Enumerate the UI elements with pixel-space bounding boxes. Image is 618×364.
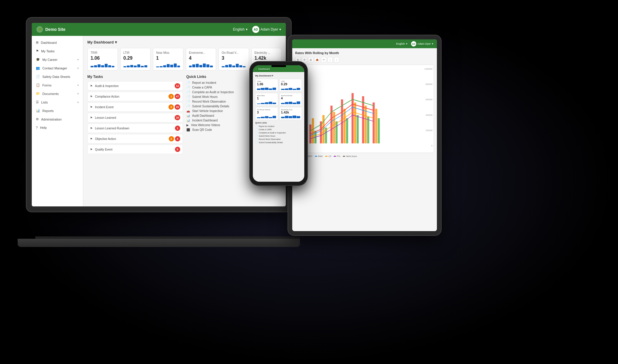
- bar: [196, 64, 199, 67]
- user-name: Adam Dyer: [260, 27, 278, 31]
- sidebar-item-reports[interactable]: 📊 Reports: [32, 106, 83, 115]
- sidebar-item-documents[interactable]: 📁 Documents ▾: [32, 89, 83, 98]
- doc-icon: 📄: [255, 125, 258, 127]
- ltir-value: 0.29: [123, 56, 148, 61]
- task-item-lesson-rundown[interactable]: ⚑ Lesson Learned Rundown 1: [87, 123, 183, 133]
- bar: [137, 64, 140, 67]
- sidebar-item-career[interactable]: 🎓 My Career ▾: [32, 55, 83, 64]
- laptop-base: [18, 239, 300, 247]
- badge-lesson-rundown: 1: [175, 126, 180, 131]
- brand-icon: 🌿: [36, 26, 43, 33]
- legend-label-lti: LTI: [328, 155, 331, 157]
- phone-title: Dashboard: [258, 68, 270, 70]
- phone-body: ‹ Dashboard My Dashboard ▾ TRIR 1.06: [250, 62, 307, 185]
- electricity-value: 1.42k: [255, 56, 279, 61]
- phone-notch: [271, 65, 286, 67]
- sidebar-item-help[interactable]: ? Help: [32, 123, 83, 132]
- documents-chevron: ▾: [77, 92, 79, 95]
- badge-compliance-1: 1: [168, 94, 174, 99]
- task-item-audit[interactable]: ⚑ Audit & Inspection 12: [87, 81, 183, 91]
- bar: [134, 66, 137, 67]
- phone-environmental-chart: [281, 101, 300, 104]
- quick-link-label-videos: View Welcome Videos: [191, 123, 220, 127]
- phone-metric-environmental: Environmental 4: [279, 93, 302, 106]
- bar: [163, 65, 166, 67]
- bar: [112, 66, 115, 67]
- sidebar-item-contact[interactable]: 👥 Contact Manager ▾: [32, 64, 83, 72]
- doc-icon: 📄: [255, 131, 258, 134]
- legend-rwc: RWC: [315, 155, 323, 157]
- bar: [127, 66, 130, 67]
- sidebar-label-help: Help: [40, 126, 47, 129]
- language-label: English: [233, 27, 245, 31]
- doc-icon: 📄: [186, 95, 190, 98]
- flag-icon: ⚑: [90, 95, 93, 98]
- toolbar-btn-more2[interactable]: ⋮: [334, 57, 339, 62]
- sidebar-item-safety[interactable]: 📄 Safety Data Sheets: [32, 72, 83, 81]
- toolbar-btn-edit[interactable]: ✏: [321, 57, 326, 62]
- y-right-label: 800000: [425, 83, 432, 85]
- toolbar-btn-export[interactable]: 📤: [315, 57, 320, 62]
- contacts-icon: 👥: [36, 66, 40, 70]
- phone-quick-link-report[interactable]: 📄 Report an Incident: [255, 125, 302, 127]
- dashboard-title-chevron: ▾: [115, 40, 117, 44]
- doc-icon: 📄: [255, 138, 258, 140]
- phone-electricity-chart: [281, 115, 300, 118]
- phone-trir-value: 1.06: [257, 82, 276, 86]
- quick-link-label-qr: Scan QR Code: [192, 128, 212, 131]
- phone-back-button[interactable]: ‹: [256, 68, 257, 70]
- task-item-objective[interactable]: ⚑ Objective Action 2 4: [87, 134, 183, 143]
- sidebar-item-forms[interactable]: 📋 Forms ▾: [32, 81, 83, 89]
- task-item-incident[interactable]: ⚑ Incident Event 2 25: [87, 102, 183, 112]
- task-item-quality[interactable]: ⚑ Quality Event 5: [87, 145, 183, 154]
- phone-quick-link-audit[interactable]: 📄 Complete an Audit or Inspection: [255, 131, 302, 134]
- sidebar-item-lists[interactable]: ☰ Lists ▾: [32, 98, 83, 106]
- quick-link-label-sustainability: Submit Sustainability Details: [192, 105, 229, 108]
- reports-icon: 📊: [36, 109, 40, 113]
- user-menu[interactable]: AD Adam Dyer ▾: [252, 26, 281, 33]
- phone-metrics: TRIR 1.06 LTIR 0.: [255, 79, 302, 120]
- bar: [206, 64, 209, 67]
- phone-quick-link-capa[interactable]: 📄 Create a CAPA: [255, 128, 302, 131]
- tablet-language[interactable]: English ▾: [396, 42, 407, 45]
- bar: [281, 89, 285, 90]
- metric-card-ltir: LTIR 0.29: [120, 48, 151, 71]
- tablet-user-menu[interactable]: AD Adam Dyer ▾: [411, 41, 433, 46]
- bar: [101, 65, 104, 67]
- phone-quick-link-sustainability[interactable]: 📄 Submit Sustainability Details: [255, 141, 302, 143]
- bar: [199, 65, 202, 67]
- phone-content: My Dashboard ▾ TRIR 1.06: [253, 72, 304, 182]
- toolbar-btn-print[interactable]: 🖨: [308, 57, 313, 62]
- language-selector[interactable]: English ▾: [233, 27, 248, 31]
- flag-icon: ⚑: [90, 127, 93, 130]
- sidebar-item-tasks[interactable]: ⚑ My Tasks: [32, 47, 83, 55]
- onroad-label: On-Road V...: [222, 51, 246, 54]
- electricity-label: Electricity ...: [255, 51, 279, 54]
- phone-quick-links-label: Quick Links: [255, 122, 302, 124]
- bar: [261, 88, 264, 90]
- toolbar-btn-more1[interactable]: ⋮: [328, 57, 333, 62]
- badge-incident-2: 25: [175, 104, 180, 110]
- sidebar-item-admin[interactable]: ⚙ Administration: [32, 115, 83, 123]
- legend-label-rwc: RWC: [318, 155, 323, 157]
- task-item-compliance[interactable]: ⚑ Compliance Action 1 47: [87, 92, 183, 101]
- badge-objective-1: 2: [169, 136, 174, 141]
- phone-quick-link-observation[interactable]: 📄 Record Work Observation: [255, 138, 302, 140]
- ltir-label: LTIR: [123, 51, 148, 54]
- tablet-content: Rates With Rolling by Month ⬇ ↺ 🖨 📤 ✏ ⋮ …: [292, 48, 437, 231]
- phone-quick-link-hours[interactable]: 📄 Submit Work Hours: [255, 135, 302, 137]
- svg-rect-12: [352, 93, 354, 143]
- sidebar-item-dashboard[interactable]: ⊞ Dashboard: [32, 38, 83, 47]
- badge-compliance-2: 47: [175, 94, 180, 99]
- onroad-value: 3: [222, 56, 246, 61]
- bar: [236, 64, 239, 67]
- chart-legend: FAC MTC RWC LTI: [295, 155, 434, 157]
- sidebar-label-admin: Administration: [41, 118, 62, 121]
- bar: [289, 102, 292, 104]
- flag-icon: ⚑: [90, 137, 93, 141]
- flag-icon: ⚑: [90, 106, 93, 109]
- legend-label-mtc: MTC: [308, 155, 313, 157]
- navbar-brand: 🌿 Demo Site: [36, 26, 65, 33]
- task-item-lesson[interactable]: ⚑ Lesson Learned 18: [87, 113, 183, 122]
- bar: [293, 116, 296, 118]
